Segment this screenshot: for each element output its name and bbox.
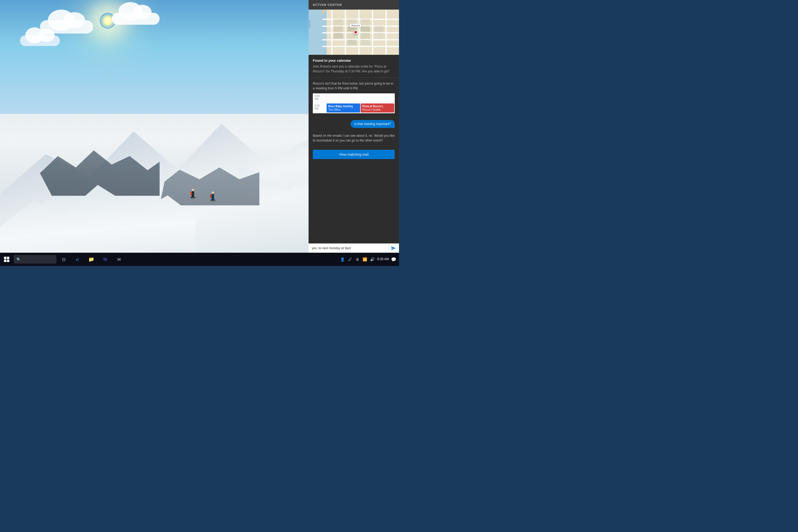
calendar-view: 5:00 PM 6:00 PM Boss Baby meeting The Of…	[313, 93, 395, 113]
calendar-row-6pm: 6:00 PM Boss Baby meeting The Office Piz…	[313, 103, 395, 113]
people-icon[interactable]: 👤	[340, 257, 345, 262]
calendar-event-boss-baby-title: Boss Baby meeting	[328, 104, 359, 108]
notification-center-icon[interactable]: 💬	[391, 257, 396, 262]
search-icon: 🔍	[17, 258, 21, 262]
system-clock[interactable]: 9:30 AM	[377, 257, 389, 262]
map-location-pin: Rocco's	[354, 30, 358, 34]
calendar-events-6pm: Boss Baby meeting The Office Pizza at Ro…	[326, 103, 395, 113]
map-pin-label: Rocco's	[350, 24, 361, 27]
cortana-message-1: Rocco's isn't that far from home, but yo…	[313, 81, 395, 91]
screen-icon[interactable]: 🖥	[355, 257, 360, 262]
cloud-3	[112, 13, 159, 25]
cortana-message-1-section: Rocco's isn't that far from home, but yo…	[308, 78, 399, 118]
skier-1	[191, 191, 194, 197]
calendar-events-5pm	[326, 93, 395, 103]
edge-browser-button[interactable]: ℯ	[71, 253, 84, 266]
system-tray: 👤 🖊 🖥 📶 🔊 9:30 AM 💬	[340, 257, 399, 262]
calendar-event-pizza-title: Pizza at Rocco's	[362, 104, 393, 108]
calendar-event-pizza: Pizza at Rocco's Rocco's Seattle	[361, 103, 394, 113]
skier-2	[211, 194, 214, 200]
action-center-header: ACTION CENTER	[308, 0, 399, 10]
mail-icon: ✉	[117, 257, 121, 262]
taskbar: 🔍 ⊡ ℯ 📁 🛍 ✉ 👤 🖊 🖥 📶 🔊 9:30 AM	[0, 253, 399, 266]
clock-time: 9:30 AM	[377, 257, 389, 262]
calendar-event-pizza-location: Rocco's Seattle	[362, 108, 393, 111]
task-view-button[interactable]: ⊡	[57, 253, 70, 266]
pen-icon[interactable]: 🖊	[347, 257, 353, 262]
calendar-time-6pm: 6:00 PM	[313, 103, 326, 113]
cloud-2	[20, 35, 60, 46]
cortana-input-area	[308, 243, 399, 253]
mail-button[interactable]: ✉	[112, 253, 126, 266]
map-card[interactable]: Elliott Bay Rocco's	[308, 10, 399, 55]
folder-icon: 📁	[88, 256, 94, 262]
file-explorer-button[interactable]: 📁	[84, 253, 98, 266]
taskbar-search[interactable]: 🔍	[14, 255, 56, 264]
calendar-event-boss-baby: Boss Baby meeting The Office	[327, 103, 360, 113]
view-matching-mail-button[interactable]: View matching mail	[313, 150, 395, 159]
store-button[interactable]: 🛍	[98, 253, 112, 266]
cortana-text-input[interactable]	[312, 246, 389, 250]
calendar-event-boss-baby-location: The Office	[328, 108, 359, 111]
calendar-notification-body: Alex Roberts sent you a calendar invite …	[313, 64, 395, 74]
cortana-response-section: Based on the emails I can see about it, …	[308, 130, 399, 149]
edge-icon: ℯ	[76, 256, 79, 262]
cortana-response-text: Based on the emails I can see about it, …	[313, 133, 395, 143]
volume-icon[interactable]: 🔊	[370, 257, 375, 262]
map-pin-marker	[354, 30, 358, 34]
calendar-time-5pm: 5:00 PM	[313, 93, 326, 103]
calendar-notification-card: Found in your calendar Alex Roberts sent…	[308, 55, 399, 78]
send-button[interactable]	[391, 246, 396, 251]
calendar-notification-title: Found in your calendar	[313, 58, 395, 62]
user-bubble-text: is that meeting important?	[350, 120, 395, 128]
start-button[interactable]	[0, 253, 13, 266]
action-center-scroll[interactable]: Elliott Bay Rocco's Found in your calend…	[308, 10, 399, 243]
user-message-bubble: is that meeting important?	[308, 118, 399, 130]
calendar-row-5pm: 5:00 PM	[313, 93, 395, 103]
action-center-panel: ACTION CENTER	[308, 0, 399, 253]
taskbar-left: 🔍 ⊡ ℯ 📁 🛍 ✉	[0, 253, 126, 266]
store-icon: 🛍	[103, 257, 107, 262]
windows-logo	[4, 257, 9, 262]
send-icon	[391, 246, 396, 251]
task-view-icon: ⊡	[62, 257, 65, 262]
wifi-icon[interactable]: 📶	[362, 257, 367, 262]
